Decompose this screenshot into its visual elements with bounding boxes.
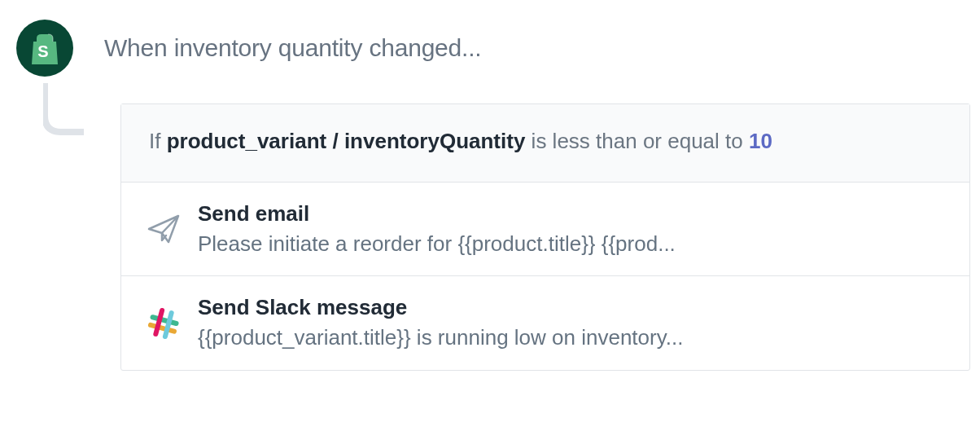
condition-row[interactable]: If product_variant / inventoryQuantity i…: [121, 104, 969, 183]
trigger-title: When inventory quantity changed...: [104, 34, 482, 62]
workflow-container: S When inventory quantity changed... If …: [0, 0, 980, 371]
condition-variable-part-1: inventoryQuantity: [344, 129, 525, 153]
action-title: Send Slack message: [198, 294, 947, 321]
workflow-card: If product_variant / inventoryQuantity i…: [120, 103, 970, 371]
condition-variable-part-0: product_variant: [167, 129, 327, 153]
action-description: Please initiate a reorder for {{product.…: [198, 231, 947, 258]
shopify-bag-icon: S: [16, 20, 73, 77]
action-body: Send Slack message {{product_variant.tit…: [198, 294, 947, 351]
trigger-row[interactable]: S When inventory quantity changed...: [16, 20, 967, 77]
slack-icon: [144, 304, 183, 343]
svg-text:S: S: [37, 42, 48, 60]
action-body: Send email Please initiate a reorder for…: [198, 200, 947, 257]
action-description: {{product_variant.title}} is running low…: [198, 324, 947, 352]
action-send-email[interactable]: Send email Please initiate a reorder for…: [121, 183, 969, 276]
condition-operator: is less than or equal to: [532, 129, 743, 153]
actions-list: Send email Please initiate a reorder for…: [121, 183, 969, 370]
condition-if-label: If: [149, 129, 160, 153]
action-title: Send email: [198, 200, 947, 227]
action-send-slack[interactable]: Send Slack message {{product_variant.tit…: [121, 276, 969, 369]
condition-separator: /: [332, 129, 338, 153]
condition-value: 10: [749, 129, 772, 153]
paper-plane-icon: [144, 209, 183, 249]
connector-line: [43, 83, 84, 140]
